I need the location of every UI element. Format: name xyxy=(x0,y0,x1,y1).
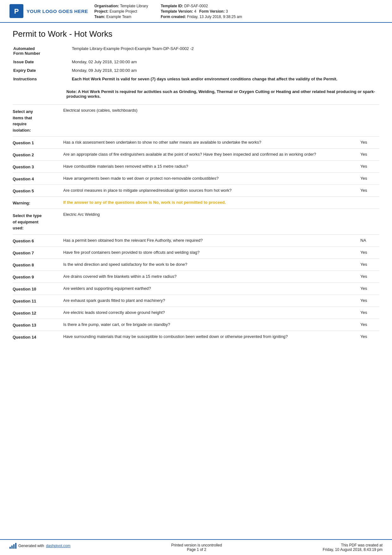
q14-label: Question 14 xyxy=(13,334,63,340)
q8-answer: Yes xyxy=(360,262,379,267)
org-line: Organisation: Template Library xyxy=(95,4,148,8)
logo-icon: P xyxy=(9,4,23,18)
form-created-value: Friday, 13 July 2018, 9:38:25 am xyxy=(187,15,242,19)
q2-row: Question 2 Are an appropriate class of f… xyxy=(13,148,379,160)
issue-date-label: Issue Date xyxy=(13,58,71,66)
issue-date-row: Issue Date Monday, 02 July 2018, 12:00:0… xyxy=(13,58,379,66)
q7-content: Have fire proof containers been provided… xyxy=(63,250,379,255)
q11-text: Are exhaust spark guards fitted to plant… xyxy=(63,298,354,303)
q5-content: Are control measures in place to mitigat… xyxy=(63,188,379,193)
automated-value: Template Library-Example Project-Example… xyxy=(72,45,379,57)
q11-content: Are exhaust spark guards fitted to plant… xyxy=(63,298,379,303)
instructions-label: Instructions xyxy=(13,75,71,83)
q1-label: Question 1 xyxy=(13,140,63,145)
q13-text: Is there a fire pump, water cart, or fir… xyxy=(63,322,354,327)
q6-content: Has a permit been obtained from the rele… xyxy=(63,238,379,243)
q9-answer: Yes xyxy=(360,274,379,279)
q2-content: Are an appropriate class of fire extingu… xyxy=(63,152,379,157)
q5-answer: Yes xyxy=(360,188,379,193)
q6-answer: NA xyxy=(360,238,379,243)
logo-text: YOUR LOGO GOES HERE xyxy=(27,9,88,14)
project-value: Example Project xyxy=(110,9,137,14)
expiry-date-label: Expiry Date xyxy=(13,66,71,74)
template-id-value: DP-SAF-0002 xyxy=(184,4,208,8)
q2-text: Are an appropriate class of fire extingu… xyxy=(63,152,354,157)
q7-answer: Yes xyxy=(360,250,379,255)
q5-label: Question 5 xyxy=(13,188,63,193)
q5-row: Question 5 Are control measures in place… xyxy=(13,184,379,196)
q5-text: Are control measures in place to mitigat… xyxy=(63,188,354,193)
q1-text: Has a risk assessment been undertaken to… xyxy=(63,140,354,145)
q4-label: Question 4 xyxy=(13,176,63,181)
q13-row: Question 13 Is there a fire pump, water … xyxy=(13,319,379,331)
instructions-value: Each Hot Work Permit is valid for seven … xyxy=(72,75,379,83)
q7-label: Question 7 xyxy=(13,250,63,255)
main-content: Permit to Work - Hot Works Automated For… xyxy=(0,23,392,441)
q4-content: Have arrangements been made to wet down … xyxy=(63,176,379,181)
team-label: Team: xyxy=(95,15,105,19)
q11-row: Question 11 Are exhaust spark guards fit… xyxy=(13,295,379,307)
q6-row: Question 6 Has a permit been obtained fr… xyxy=(13,234,379,246)
header-col-left: Organisation: Template Library Project: … xyxy=(95,4,148,19)
form-title: Permit to Work - Hot Works xyxy=(13,29,379,39)
team-line: Team: Example Team xyxy=(95,15,148,19)
expiry-date-value: Monday, 09 July 2018, 12:00:00 am xyxy=(72,66,379,74)
template-version-line: Template Version: 4 Form Version: 3 xyxy=(161,9,242,14)
automated-row: Automated Form Number Template Library-E… xyxy=(13,45,379,57)
q4-answer: Yes xyxy=(360,176,379,181)
q12-answer: Yes xyxy=(360,310,379,315)
note-block: Note: A Hot Work Permit is required for … xyxy=(66,89,379,99)
q8-text: Is the wind direction and speed satisfac… xyxy=(63,262,354,267)
q13-content: Is there a fire pump, water cart, or fir… xyxy=(63,322,379,327)
header-meta: Organisation: Template Library Project: … xyxy=(95,3,383,19)
template-version-value: 4 xyxy=(194,9,196,14)
isolation-value: Electrical sources (cables, switchboards… xyxy=(63,108,379,113)
q12-row: Question 12 Are electric leads stored co… xyxy=(13,307,379,319)
q8-row: Question 8 Is the wind direction and spe… xyxy=(13,259,379,271)
equipment-content: Electric Arc Welding xyxy=(63,212,379,231)
equipment-value: Electric Arc Welding xyxy=(63,212,379,217)
q11-answer: Yes xyxy=(360,298,379,303)
q3-row: Question 3 Have combustible materials be… xyxy=(13,160,379,172)
q8-content: Is the wind direction and speed satisfac… xyxy=(63,262,379,267)
q14-text: Have surrounding materials that may be s… xyxy=(63,334,354,339)
footer-center: Printed version is uncontrolled Page 1 o… xyxy=(171,543,222,552)
q2-label: Question 2 xyxy=(13,152,63,157)
note-text: Note: A Hot Work Permit is required for … xyxy=(66,89,375,99)
q10-row: Question 10 Are welders and supporting e… xyxy=(13,283,379,295)
generated-text: Generated with xyxy=(18,544,44,548)
isolation-content: Electrical sources (cables, switchboards… xyxy=(63,108,379,133)
header: P YOUR LOGO GOES HERE Organisation: Temp… xyxy=(0,0,392,23)
automated-label: Automated Form Number xyxy=(13,45,71,57)
footer-left: Generated with dashpivot.com xyxy=(9,543,70,549)
q2-answer: Yes xyxy=(360,152,379,157)
q7-text: Have fire proof containers been provided… xyxy=(63,250,354,255)
q1-answer: Yes xyxy=(360,140,379,145)
isolation-label: Select any items that require isolation: xyxy=(13,108,63,133)
form-version-label: Form Version: xyxy=(199,9,225,14)
q10-label: Question 10 xyxy=(13,286,63,291)
org-label: Organisation: xyxy=(95,4,119,8)
equipment-row: Select the type of equipment used: Elect… xyxy=(13,209,379,234)
q13-label: Question 13 xyxy=(13,322,63,327)
equipment-label: Select the type of equipment used: xyxy=(13,212,63,231)
pdf-created-text: This PDF was created at xyxy=(323,543,383,547)
form-created-label: Form created: xyxy=(161,15,186,19)
template-version-label: Template Version: xyxy=(161,9,193,14)
q7-row: Question 7 Have fire proof containers be… xyxy=(13,246,379,259)
project-label: Project: xyxy=(95,9,109,14)
q12-text: Are electric leads stored correctly abov… xyxy=(63,310,354,315)
q3-answer: Yes xyxy=(360,164,379,169)
q8-label: Question 8 xyxy=(13,262,63,267)
q13-answer: Yes xyxy=(360,322,379,327)
site-link[interactable]: dashpivot.com xyxy=(46,544,70,548)
q10-text: Are welders and supporting equipment ear… xyxy=(63,286,354,291)
uncontrolled-text: Printed version is uncontrolled xyxy=(171,543,222,547)
q10-content: Are welders and supporting equipment ear… xyxy=(63,286,379,291)
instructions-row: Instructions Each Hot Work Permit is val… xyxy=(13,75,379,83)
pdf-created-date: Friday, 10 August 2018, 8:43:19 pm xyxy=(323,547,383,552)
q9-content: Are drains covered with fire blankets wi… xyxy=(63,274,379,279)
q12-label: Question 12 xyxy=(13,310,63,315)
form-created-line: Form created: Friday, 13 July 2018, 9:38… xyxy=(161,15,242,19)
footer: Generated with dashpivot.com Printed ver… xyxy=(0,539,392,555)
